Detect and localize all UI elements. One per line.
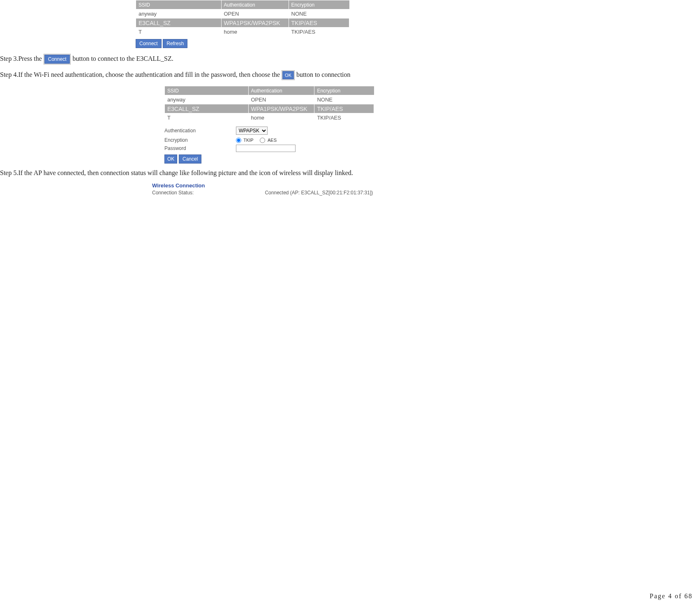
step-3b: button to connect to the E3CALL_SZ.	[72, 55, 173, 62]
step-3a: Step 3.Press the	[0, 55, 44, 62]
inline-ok-image: OK	[282, 70, 295, 80]
cell-ssid: E3CALL_SZ	[165, 104, 249, 113]
table-row[interactable]: T home TKIP/AES	[136, 28, 349, 37]
cell-ssid: T	[165, 113, 249, 122]
wifi-list-1: SSID Authentication Encryption anyway OP…	[136, 0, 700, 48]
password-input[interactable]	[236, 145, 296, 152]
cancel-button[interactable]: Cancel	[179, 154, 201, 164]
table-row[interactable]: anyway OPEN NONE	[136, 9, 349, 18]
wifi-list-2: SSID Authentication Encryption anyway OP…	[164, 86, 700, 164]
cell-auth: WPA1PSK/WPA2PSK	[248, 104, 314, 113]
cell-auth: OPEN	[221, 9, 289, 18]
th-ssid: SSID	[136, 0, 222, 9]
th-enc: Encryption	[314, 86, 374, 95]
cell-ssid: E3CALL_SZ	[136, 18, 222, 28]
auth-row: Authentication WPAPSK	[164, 127, 700, 135]
cell-enc: TKIP/AES	[289, 18, 349, 28]
wifi-table: SSID Authentication Encryption anyway OP…	[136, 0, 349, 37]
table-row-selected[interactable]: E3CALL_SZ WPA1PSK/WPA2PSK TKIP/AES	[165, 104, 374, 113]
step-4a: Step 4.If the Wi-Fi need authentication,…	[0, 71, 282, 78]
cell-enc: TKIP/AES	[314, 113, 374, 122]
step-3-text: Step 3.Press the Connect button to conne…	[0, 54, 700, 65]
enc-row: Encryption TKIP AES	[164, 136, 700, 143]
connect-button-inline: Connect	[44, 55, 70, 64]
cell-enc: TKIP/AES	[314, 104, 374, 113]
wifi-table-2: SSID Authentication Encryption anyway OP…	[164, 86, 374, 122]
th-auth: Authentication	[221, 0, 289, 9]
cell-auth: home	[248, 113, 314, 122]
step-4b: button to connection	[296, 71, 351, 78]
cell-auth: WPA1PSK/WPA2PSK	[221, 18, 289, 28]
cell-enc: NONE	[289, 9, 349, 18]
ok-button[interactable]: OK	[164, 154, 177, 164]
connection-status-value: Connected (AP: E3CALL_SZ[00:21:F2:01:37:…	[265, 190, 373, 196]
pwd-label: Password	[164, 145, 234, 151]
enc-tkip-label: TKIP	[243, 138, 253, 143]
connect-button[interactable]: Connect	[136, 39, 162, 48]
enc-radio-tkip[interactable]	[236, 138, 241, 143]
th-auth: Authentication	[248, 86, 314, 95]
refresh-button[interactable]: Refresh	[163, 39, 187, 48]
wireless-connection-block: Wireless Connection Connection Status: C…	[152, 182, 700, 196]
enc-aes-label: AES	[268, 138, 277, 143]
th-ssid: SSID	[165, 86, 249, 95]
cell-auth: home	[221, 28, 289, 37]
table-row[interactable]: T home TKIP/AES	[165, 113, 374, 122]
th-enc: Encryption	[289, 0, 349, 9]
ok-button-inline: OK	[282, 71, 294, 79]
cell-ssid: T	[136, 28, 222, 37]
page-number: Page 4 of 68	[650, 592, 693, 600]
cell-auth: OPEN	[248, 95, 314, 104]
pwd-row: Password	[164, 145, 700, 152]
inline-connect-image: Connect	[44, 54, 71, 65]
auth-label: Authentication	[164, 128, 234, 134]
enc-label: Encryption	[164, 137, 234, 143]
step-4-text: Step 4.If the Wi-Fi need authentication,…	[0, 70, 700, 80]
table-row-selected[interactable]: E3CALL_SZ WPA1PSK/WPA2PSK TKIP/AES	[136, 18, 349, 28]
table-row[interactable]: anyway OPEN NONE	[165, 95, 374, 104]
step-5-text: Step 5.If the AP have connected, then co…	[0, 169, 700, 177]
cell-ssid: anyway	[136, 9, 222, 18]
enc-radio-aes[interactable]	[260, 138, 265, 143]
auth-select[interactable]: WPAPSK	[236, 127, 268, 135]
cell-ssid: anyway	[165, 95, 249, 104]
cell-enc: TKIP/AES	[289, 28, 349, 37]
wireless-title: Wireless Connection	[152, 182, 700, 189]
connection-status-label: Connection Status:	[152, 190, 263, 196]
cell-enc: NONE	[314, 95, 374, 104]
